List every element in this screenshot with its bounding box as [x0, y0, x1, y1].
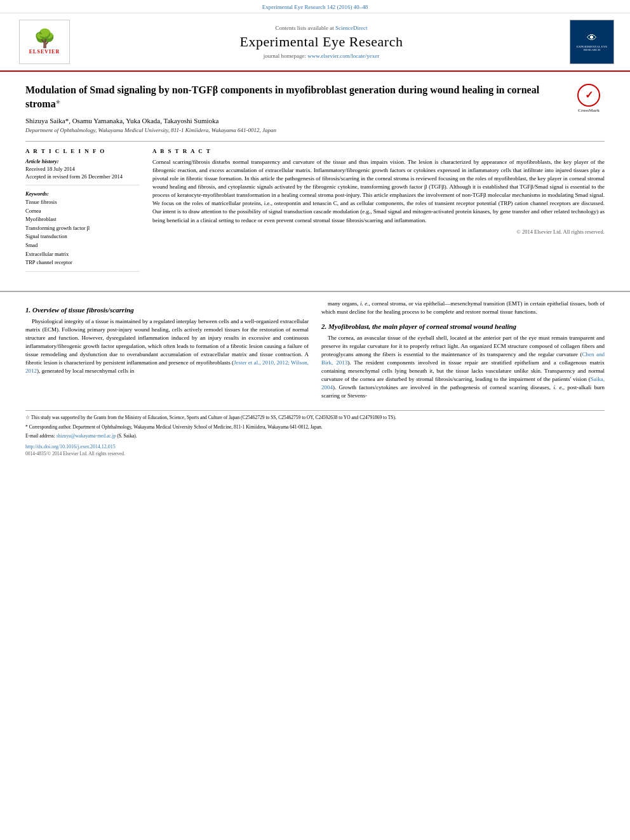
article-history-section: Article history: Received 18 July 2014 A… — [25, 158, 140, 185]
affiliation-text: Department of Ophthalmology, Wakayama Me… — [25, 127, 276, 133]
journal-center: Contents lists available at ScienceDirec… — [76, 25, 566, 59]
keywords-list: Tissue fibrosis Cornea Myofibroblast Tra… — [25, 198, 140, 267]
section2-heading: Myofibroblast, the main player of cornea… — [328, 323, 516, 330]
accepted-text: Accepted in revised form 26 December 201… — [25, 173, 140, 181]
section2-number: 2. — [321, 323, 326, 330]
page-wrapper: Experimental Eye Research 142 (2016) 40–… — [0, 0, 630, 457]
footnote-area: ☆ This study was supported by the Grants… — [25, 410, 605, 457]
elsevier-logo-box: 🌳 ELSEVIER — [19, 20, 70, 64]
journal-homepage-line: journal homepage: www.elsevier.com/locat… — [89, 53, 554, 59]
section2-body: The cornea, an avascular tissue of the e… — [321, 334, 605, 400]
abstract-text: Corneal scarring/fibrosis disturbs norma… — [152, 158, 605, 224]
elsevier-label: ELSEVIER — [29, 49, 60, 55]
keyword-4: Transforming growth factor β — [25, 224, 140, 233]
journal-logo-area: 👁 EXPERIMENTAL EYE RESEARCH — [566, 20, 617, 64]
section2-para1: The cornea, an avascular tissue of the e… — [321, 334, 605, 400]
keywords-section: Keywords: Tissue fibrosis Cornea Myofibr… — [25, 190, 140, 272]
keyword-7: Extracellular matrix — [25, 250, 140, 259]
doi-line: http://dx.doi.org/10.1016/j.exer.2014.12… — [25, 444, 605, 450]
ref-jester-2010[interactable]: Jester et al., 2010, 2012; Wilson, 2012 — [25, 359, 309, 374]
keyword-6: Smad — [25, 241, 140, 250]
eye-icon: 👁 — [587, 32, 597, 44]
crossmark-label: CrossMark — [578, 108, 600, 114]
journal-title-main: Experimental Eye Research — [89, 34, 554, 50]
section1-number: 1. — [25, 306, 30, 314]
top-bar: Experimental Eye Research 142 (2016) 40–… — [0, 0, 630, 13]
keywords-label: Keywords: — [25, 190, 140, 197]
article-info-abstract-columns: A R T I C L E I N F O Article history: R… — [25, 141, 605, 277]
email-link[interactable]: shizuya@wakayama-med.ac.jp — [57, 433, 116, 439]
crossmark-circle: ✓ — [577, 84, 600, 107]
body-right-col: many organs, i. e., corneal stroma, or v… — [321, 300, 605, 404]
tree-icon: 🌳 — [34, 30, 56, 48]
sciencedirect-line: Contents lists available at ScienceDirec… — [89, 25, 554, 31]
main-content: Modulation of Smad signaling by non-TGFβ… — [0, 72, 630, 283]
elsevier-logo-area: 🌳 ELSEVIER — [13, 20, 76, 64]
article-info-heading: A R T I C L E I N F O — [25, 148, 140, 154]
ref-chen-2013[interactable]: Chen and Birk, 2013 — [321, 351, 605, 366]
affiliation: Department of Ophthalmology, Wakayama Me… — [25, 127, 605, 133]
authors: Shizuya Saika*, Osamu Yamanaka, Yuka Oka… — [25, 117, 605, 124]
abstract-body: Corneal scarring/fibrosis disturbs norma… — [152, 159, 605, 223]
contents-text: Contents lists available at — [276, 25, 334, 31]
section1-para-cont: many organs, i. e., corneal stroma, or v… — [321, 300, 605, 316]
doi-link[interactable]: http://dx.doi.org/10.1016/j.exer.2014.12… — [25, 444, 116, 450]
footnote-star: ☆ This study was supported by the Grants… — [25, 415, 605, 422]
homepage-link[interactable]: www.elsevier.com/locate/yexer — [307, 53, 379, 59]
email-label: E-mail address: — [25, 433, 55, 439]
journal-header: 🌳 ELSEVIER Contents lists available at S… — [0, 13, 630, 72]
section2-title: 2. Myofibroblast, the main player of cor… — [321, 323, 605, 330]
journal-citation: Experimental Eye Research 142 (2016) 40–… — [262, 4, 368, 10]
section1-body: Physiological integrity of a tissue is m… — [25, 317, 309, 375]
left-col-article-info: A R T I C L E I N F O Article history: R… — [25, 148, 140, 277]
keyword-3: Myofibroblast — [25, 215, 140, 224]
section-divider — [0, 291, 630, 292]
email-note: (S. Saika). — [117, 433, 137, 439]
journal-logo-box: 👁 EXPERIMENTAL EYE RESEARCH — [570, 20, 614, 64]
issn-line: 0014-4835/© 2014 Elsevier Ltd. All right… — [25, 451, 605, 457]
body-left-col: 1. Overview of tissue fibrosis/scarring … — [25, 300, 309, 404]
sciencedirect-link[interactable]: ScienceDirect — [335, 25, 367, 31]
keyword-1: Tissue fibrosis — [25, 198, 140, 207]
section1-title: 1. Overview of tissue fibrosis/scarring — [25, 306, 309, 314]
section1-para1: Physiological integrity of a tissue is m… — [25, 317, 309, 375]
received-text: Received 18 July 2014 — [25, 166, 140, 173]
keyword-8: TRP channel receptor — [25, 258, 140, 267]
right-col-abstract: A B S T R A C T Corneal scarring/fibrosi… — [152, 148, 605, 277]
footnote-email: E-mail address: shizuya@wakayama-med.ac.… — [25, 433, 605, 440]
crossmark-badge[interactable]: ✓ CrossMark — [573, 83, 605, 115]
footnote-corresponding: * Corresponding author. Department of Op… — [25, 424, 605, 431]
journal-logo-text: EXPERIMENTAL EYE RESEARCH — [572, 45, 612, 51]
body-content: 1. Overview of tissue fibrosis/scarring … — [0, 300, 630, 404]
keyword-2: Cornea — [25, 207, 140, 216]
title-star: ☆ — [56, 99, 60, 104]
article-title: Modulation of Smad signaling by non-TGFβ… — [25, 83, 605, 110]
keyword-5: Signal transduction — [25, 232, 140, 241]
article-history-label: Article history: — [25, 158, 140, 164]
abstract-heading: A B S T R A C T — [152, 148, 605, 154]
title-text: Modulation of Smad signaling by non-TGFβ… — [25, 84, 539, 109]
section1-continuation: many organs, i. e., corneal stroma, or v… — [321, 300, 605, 316]
authors-text: Shizuya Saika*, Osamu Yamanaka, Yuka Oka… — [25, 117, 218, 124]
copyright-line: © 2014 Elsevier Ltd. All rights reserved… — [152, 229, 605, 235]
homepage-label: journal homepage: — [264, 53, 306, 59]
section1-heading: Overview of tissue fibrosis/scarring — [32, 306, 134, 314]
